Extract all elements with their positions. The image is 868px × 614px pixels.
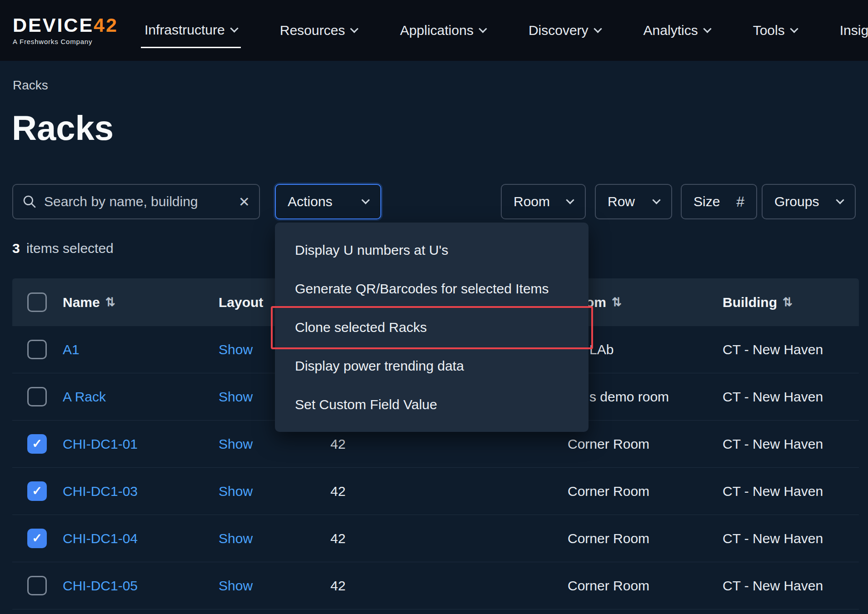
breadcrumb[interactable]: Racks [13,78,48,93]
brand-logo[interactable]: DEVICE42 A Freshworks Company [13,15,122,45]
chevron-down-icon [361,196,369,204]
column-header-label: Layout [219,295,263,310]
nav-item-analytics[interactable]: Analytics [640,14,714,47]
rack-name-link[interactable]: CHI-DC1-01 [63,436,138,452]
rack-name-link[interactable]: A Rack [63,389,106,405]
chevron-down-icon [230,24,238,32]
nav-item-label: Analytics [644,23,698,38]
chevron-down-icon [350,25,358,33]
rack-name-cell: CHI-DC1-03 [63,484,219,499]
rack-room: Corner Room [568,578,723,594]
nav-item-tools[interactable]: Tools [749,14,801,47]
column-header-name[interactable]: Name⇅ [63,295,219,310]
rack-room: LAb [568,342,723,357]
brand-name: DEVICE42 [13,15,122,35]
nav-item-insights[interactable]: Insights+ [836,14,868,47]
column-header-building[interactable]: Building⇅ [723,295,859,310]
rack-room: Corner Room [568,531,723,546]
rack-room: Corner Room [568,436,723,452]
search-input[interactable] [44,194,231,209]
nav-item-label: Resources [280,23,345,38]
rack-name-link[interactable]: A1 [63,342,80,357]
layout-cell: Show [219,484,330,499]
checkmark-icon: ✓ [32,532,42,545]
filter-button-label: Row [608,194,635,209]
sort-icon[interactable]: ⇅ [783,295,793,309]
filter-button-size[interactable]: Size# [681,184,757,219]
clear-search-icon[interactable]: ✕ [239,194,250,210]
row-checkbox[interactable]: ✓ [27,340,47,359]
actions-menu-item-clone-selected-racks[interactable]: Clone selected Racks [275,308,589,347]
layout-cell: Show [219,578,330,594]
sort-icon[interactable]: ⇅ [612,295,622,309]
nav-item-discovery[interactable]: Discovery [525,14,604,47]
nav-item-resources[interactable]: Resources [276,14,361,47]
search-icon [22,194,37,209]
chevron-down-icon [790,25,798,33]
filter-button-label: Room [514,194,550,209]
row-checkbox[interactable]: ✓ [27,576,47,595]
layout-show-link[interactable]: Show [219,531,253,546]
layout-show-link[interactable]: Show [219,342,253,357]
row-checkbox[interactable]: ✓ [27,529,47,548]
column-header-label: Name [63,295,100,310]
hash-icon: # [736,193,744,210]
selection-status: 3 items selected [12,241,114,256]
chevron-down-icon [652,196,660,204]
actions-menu-item-display-u-numbers-at-u-s[interactable]: Display U numbers at U's [275,231,589,269]
nav-item-label: Applications [400,23,474,38]
page-title: Racks [12,108,114,148]
filter-button-room[interactable]: Room [501,184,586,219]
chevron-down-icon [703,25,711,33]
rack-name-link[interactable]: CHI-DC1-03 [63,484,138,499]
rack-room: s demo room [568,389,723,405]
rack-building: CT - New Haven [723,531,859,546]
column-header-room[interactable]: Room⇅ [568,295,723,310]
row-checkbox-cell: ✓ [12,387,63,406]
rack-size: 42 [330,578,568,594]
actions-menu-item-set-custom-field-value[interactable]: Set Custom Field Value [275,385,589,424]
rack-name-cell: CHI-DC1-01 [63,436,219,452]
row-checkbox-cell: ✓ [12,434,63,454]
nav-item-label: Tools [753,23,785,38]
main-nav: InfrastructureResourcesApplicationsDisco… [141,13,868,48]
search-box: ✕ [12,184,260,219]
sort-icon[interactable]: ⇅ [105,295,115,309]
rack-building: CT - New Haven [723,578,859,594]
rack-name-link[interactable]: CHI-DC1-04 [63,531,138,546]
actions-button[interactable]: Actions [275,184,381,219]
row-checkbox-cell: ✓ [12,481,63,501]
rack-name-cell: CHI-DC1-05 [63,578,219,594]
column-header-label: Building [723,295,777,310]
layout-show-link[interactable]: Show [219,578,253,594]
rack-size: 42 [330,531,568,546]
layout-show-link[interactable]: Show [219,484,253,499]
row-checkbox[interactable]: ✓ [27,481,47,501]
top-navigation: DEVICE42 A Freshworks Company Infrastruc… [0,0,868,61]
layout-show-link[interactable]: Show [219,436,253,452]
actions-dropdown-menu: Display U numbers at U'sGenerate QR/Barc… [275,223,589,432]
row-checkbox[interactable]: ✓ [27,387,47,406]
nav-item-applications[interactable]: Applications [396,14,489,47]
rack-name-link[interactable]: CHI-DC1-05 [63,578,138,594]
select-all-checkbox[interactable]: ✓ [27,292,47,312]
actions-button-label: Actions [288,194,332,209]
row-checkbox-cell: ✓ [12,340,63,359]
nav-item-infrastructure[interactable]: Infrastructure [141,13,241,48]
layout-cell: Show [219,531,330,546]
layout-show-link[interactable]: Show [219,389,253,405]
chevron-down-icon [479,25,487,33]
filter-button-label: Size [693,194,720,209]
row-checkbox-cell: ✓ [12,529,63,548]
rack-room: Corner Room [568,484,723,499]
filter-button-row[interactable]: Row [595,184,672,219]
filter-button-groups[interactable]: Groups [762,184,856,219]
row-checkbox[interactable]: ✓ [27,434,47,454]
row-checkbox-cell: ✓ [12,576,63,595]
rack-size: 42 [330,484,568,499]
toolbar: ✕ Actions RoomRowSize#Groups [0,184,868,219]
actions-menu-item-generate-qr-barcodes-for-selected-items[interactable]: Generate QR/Barcodes for selected Items [275,269,589,308]
selection-count: 3 [12,241,20,256]
actions-menu-item-display-power-trending-data[interactable]: Display power trending data [275,347,589,385]
checkmark-icon: ✓ [32,438,42,450]
